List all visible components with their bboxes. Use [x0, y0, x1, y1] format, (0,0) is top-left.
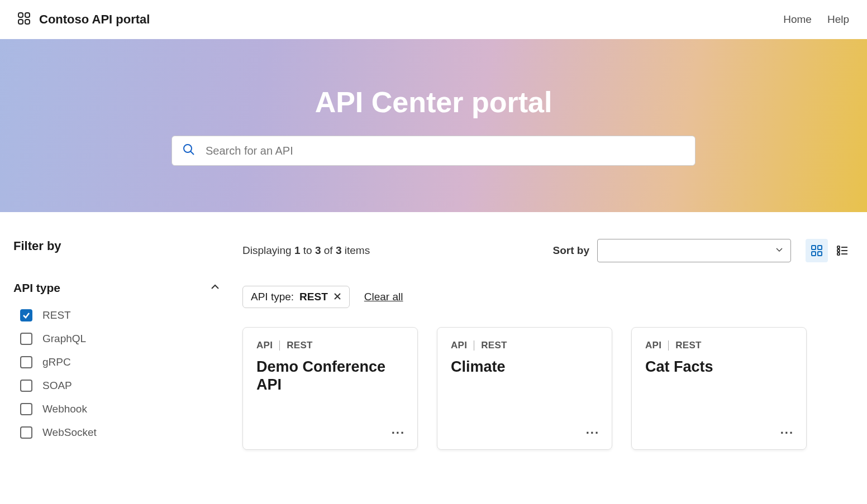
svg-rect-10 — [837, 246, 840, 248]
topnav: Home Help — [783, 13, 849, 26]
main: Displaying 1 to 3 of 3 items Sort by — [242, 239, 854, 450]
separator — [279, 340, 280, 351]
text: Displaying — [242, 244, 294, 256]
filter-group-title: API type — [13, 281, 60, 295]
results-toolbar: Displaying 1 to 3 of 3 items Sort by — [242, 239, 854, 262]
checkbox-label: SOAP — [42, 380, 72, 392]
checkbox-box — [20, 356, 32, 368]
checkbox-list: REST GraphQL gRPC SOAP Webhook WebSocket — [13, 309, 220, 439]
svg-rect-14 — [837, 253, 840, 255]
text: to — [301, 244, 315, 256]
brand-title: Contoso API portal — [39, 12, 150, 27]
separator — [668, 340, 669, 351]
svg-rect-3 — [25, 20, 30, 24]
tag-rest: REST — [675, 340, 702, 351]
separator — [474, 340, 474, 351]
chip-value: REST — [299, 291, 328, 303]
svg-rect-7 — [818, 246, 822, 249]
checkbox-box — [20, 426, 32, 439]
filter-sidebar: Filter by API type REST GraphQL gRPC — [13, 239, 220, 439]
api-card[interactable]: API REST Climate ··· — [437, 327, 612, 450]
svg-rect-12 — [837, 249, 840, 252]
hero: API Center portal — [0, 39, 867, 212]
tag-rest: REST — [481, 340, 507, 351]
sort-select[interactable] — [597, 239, 791, 262]
card-tags: API REST — [451, 340, 598, 351]
from-value: 1 — [294, 244, 301, 256]
checkbox-label: gRPC — [42, 356, 71, 368]
more-icon[interactable]: ··· — [586, 426, 599, 440]
total-value: 3 — [336, 244, 342, 256]
checkbox-box — [20, 380, 32, 392]
checkbox-label: Webhook — [42, 403, 87, 415]
filter-heading: Filter by — [13, 239, 220, 253]
checkbox-box — [20, 403, 32, 415]
svg-rect-9 — [818, 252, 822, 256]
filter-group-api-type[interactable]: API type — [13, 281, 220, 295]
api-card[interactable]: API REST Cat Facts ··· — [631, 327, 807, 450]
checkbox-graphql[interactable]: GraphQL — [20, 333, 220, 345]
checkbox-label: WebSocket — [42, 426, 97, 439]
to-value: 3 — [315, 244, 321, 256]
checkbox-box — [20, 333, 32, 345]
svg-rect-2 — [18, 20, 23, 24]
svg-rect-1 — [25, 13, 30, 17]
text: of — [321, 244, 336, 256]
tag-api: API — [645, 340, 661, 351]
api-card[interactable]: API REST Demo Conference API ··· — [242, 327, 418, 450]
card-title: Demo Conference API — [256, 358, 404, 394]
topbar: Contoso API portal Home Help — [0, 0, 867, 39]
view-list-button[interactable] — [831, 239, 854, 262]
view-toggle — [806, 239, 854, 262]
brand: Contoso API portal — [18, 12, 150, 27]
tag-api: API — [451, 340, 467, 351]
svg-point-4 — [184, 145, 192, 152]
checkbox-webhook[interactable]: Webhook — [20, 403, 220, 415]
chevron-down-icon — [775, 245, 784, 256]
svg-rect-0 — [18, 13, 23, 17]
card-title: Climate — [451, 358, 598, 376]
search-input[interactable] — [206, 145, 685, 157]
checkbox-label: GraphQL — [42, 333, 86, 345]
cards-grid: API REST Demo Conference API ··· API RES… — [242, 327, 854, 450]
nav-home[interactable]: Home — [783, 13, 812, 26]
chip-label: API type: — [251, 291, 294, 303]
checkbox-websocket[interactable]: WebSocket — [20, 426, 220, 439]
card-tags: API REST — [645, 340, 793, 351]
searchbox[interactable] — [172, 136, 695, 166]
nav-help[interactable]: Help — [827, 13, 849, 26]
svg-rect-6 — [812, 246, 816, 249]
filter-chips: API type: REST Clear all — [242, 286, 854, 308]
tag-rest: REST — [287, 340, 313, 351]
hero-title: API Center portal — [315, 85, 552, 119]
tag-api: API — [256, 340, 273, 351]
card-tags: API REST — [256, 340, 404, 351]
more-icon[interactable]: ··· — [392, 426, 405, 440]
checkbox-soap[interactable]: SOAP — [20, 380, 220, 392]
content: Filter by API type REST GraphQL gRPC — [0, 212, 867, 472]
checkbox-grpc[interactable]: gRPC — [20, 356, 220, 368]
more-icon[interactable]: ··· — [780, 426, 794, 440]
card-title: Cat Facts — [645, 358, 793, 376]
text: items — [341, 244, 370, 256]
view-grid-button[interactable] — [806, 239, 828, 262]
filter-chip-api-type: API type: REST — [242, 286, 350, 308]
sort-area: Sort by — [553, 239, 854, 262]
chevron-up-icon — [210, 281, 220, 295]
checkbox-box — [20, 309, 32, 321]
display-count: Displaying 1 to 3 of 3 items — [242, 244, 370, 257]
svg-rect-8 — [812, 252, 816, 256]
clear-all-link[interactable]: Clear all — [364, 291, 403, 303]
checkbox-label: REST — [42, 309, 71, 321]
checkbox-rest[interactable]: REST — [20, 309, 220, 321]
search-icon — [182, 143, 196, 159]
svg-line-5 — [190, 151, 194, 155]
close-icon[interactable] — [334, 291, 341, 303]
sort-label: Sort by — [553, 244, 589, 257]
apps-grid-icon[interactable] — [18, 12, 30, 27]
